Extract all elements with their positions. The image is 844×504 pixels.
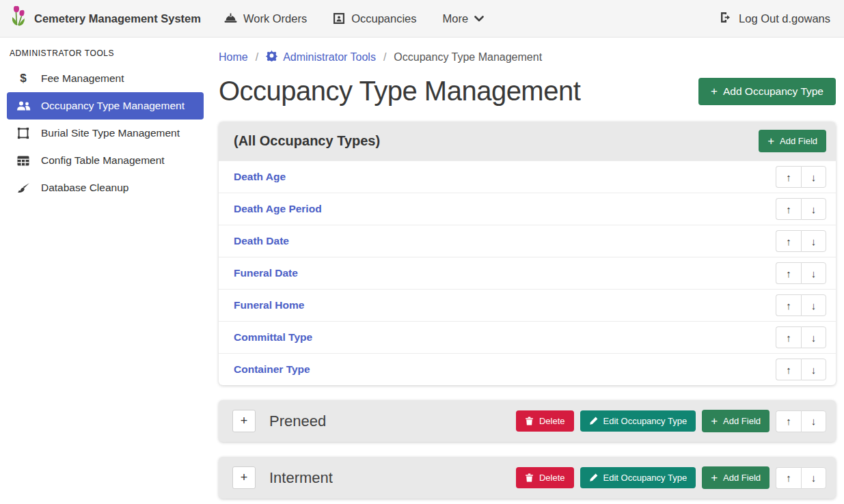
field-link-funeral-home[interactable]: Funeral Home — [228, 299, 304, 311]
field-row: Committal Type ↑ ↓ — [219, 321, 836, 353]
logout-button[interactable]: Log Out d.gowans — [720, 12, 830, 26]
nav-occupancies-label: Occupancies — [351, 12, 416, 25]
plus-icon: + — [767, 135, 774, 147]
sidebar-item-config-table-management[interactable]: Config Table Management — [7, 147, 204, 174]
move-up-button[interactable]: ↑ — [776, 262, 801, 284]
occupancy-icon — [333, 12, 345, 25]
field-link-container-type[interactable]: Container Type — [228, 363, 310, 376]
nav-occupancies[interactable]: Occupancies — [333, 12, 416, 25]
plus-icon: + — [711, 85, 718, 97]
sidebar-item-label: Occupancy Type Management — [41, 100, 185, 112]
sidebar-item-database-cleanup[interactable]: Database Cleanup — [7, 174, 204, 201]
move-up-button[interactable]: ↑ — [776, 359, 801, 380]
sidebar-item-label: Burial Site Type Management — [41, 127, 180, 139]
sidebar-list: $ Fee Management Occupancy Type Manageme… — [0, 65, 210, 201]
expand-button[interactable]: + — [232, 410, 256, 432]
edit-occupancy-type-label: Edit Occupancy Type — [603, 473, 688, 483]
nav-work-orders[interactable]: Work Orders — [224, 12, 307, 25]
move-down-button[interactable]: ↓ — [801, 467, 826, 489]
move-down-button[interactable]: ↓ — [801, 198, 826, 220]
nav-more[interactable]: More — [443, 12, 485, 25]
trash-icon — [525, 417, 534, 425]
breadcrumb-admin-tools-label: Administrator Tools — [283, 51, 376, 64]
field-link-committal-type[interactable]: Committal Type — [228, 331, 312, 344]
page-title: Occupancy Type Management — [219, 76, 580, 107]
sidebar-item-burial-site-type-management[interactable]: Burial Site Type Management — [7, 120, 204, 147]
reorder-group: ↑ ↓ — [776, 294, 826, 316]
move-up-button[interactable]: ↑ — [776, 166, 801, 188]
move-down-button[interactable]: ↓ — [801, 410, 826, 432]
move-up-button[interactable]: ↑ — [776, 467, 801, 489]
edit-occupancy-type-label: Edit Occupancy Type — [603, 416, 688, 426]
sidebar-section-header: Administrator Tools — [0, 42, 210, 62]
reorder-group: ↑ ↓ — [776, 467, 826, 489]
move-up-button[interactable]: ↑ — [776, 230, 801, 252]
add-field-button[interactable]: + Add Field — [759, 130, 826, 152]
users-icon — [16, 101, 31, 111]
hardhat-icon — [224, 13, 237, 25]
sidebar: Administrator Tools $ Fee Management Occ… — [0, 38, 210, 504]
gear-icon — [266, 50, 277, 64]
occupancy-type-title: Interment — [269, 469, 333, 487]
pencil-icon — [589, 417, 598, 425]
move-down-button[interactable]: ↓ — [801, 166, 826, 188]
move-down-button[interactable]: ↓ — [801, 326, 826, 348]
move-up-button[interactable]: ↑ — [776, 294, 801, 316]
move-down-button[interactable]: ↓ — [801, 359, 826, 380]
nav-work-orders-label: Work Orders — [243, 12, 307, 25]
breadcrumb-admin-tools-link[interactable]: Administrator Tools — [266, 50, 376, 64]
reorder-group: ↑ ↓ — [776, 359, 826, 380]
field-row: Container Type ↑ ↓ — [219, 353, 836, 385]
move-down-button[interactable]: ↓ — [801, 294, 826, 316]
field-link-death-date[interactable]: Death Date — [228, 235, 289, 247]
occupancy-type-panel-preneed: + Preneed Delete — [219, 400, 836, 442]
field-link-funeral-date[interactable]: Funeral Date — [228, 267, 298, 279]
breadcrumb-home-link[interactable]: Home — [219, 51, 248, 64]
move-up-button[interactable]: ↑ — [776, 410, 801, 432]
trash-icon — [525, 473, 534, 482]
edit-occupancy-type-button[interactable]: Edit Occupancy Type — [580, 410, 696, 432]
add-field-button[interactable]: + Add Field — [702, 410, 770, 432]
reorder-group: ↑ ↓ — [776, 166, 826, 188]
top-navbar: Cemetery Management System Work Orders — [0, 0, 844, 38]
all-occupancy-types-panel: (All Occupancy Types) + Add Field Death … — [219, 122, 836, 385]
edit-occupancy-type-button[interactable]: Edit Occupancy Type — [580, 467, 696, 488]
frame-icon — [16, 127, 31, 139]
add-occupancy-type-button[interactable]: + Add Occupancy Type — [698, 78, 836, 105]
expand-button[interactable]: + — [232, 466, 256, 489]
breadcrumb-separator: / — [256, 51, 258, 64]
add-field-button[interactable]: + Add Field — [702, 466, 770, 489]
sidebar-item-occupancy-type-management[interactable]: Occupancy Type Management — [7, 92, 204, 120]
add-field-label: Add Field — [723, 416, 761, 426]
delete-button[interactable]: Delete — [516, 410, 574, 432]
plus-icon: + — [711, 415, 718, 427]
app-brand: Cemetery Management System — [10, 5, 201, 32]
main-content: Home / Administrator Tools / Occupancy T… — [210, 38, 844, 504]
reorder-group: ↑ ↓ — [776, 198, 826, 220]
move-down-button[interactable]: ↓ — [801, 230, 826, 252]
move-up-button[interactable]: ↑ — [776, 326, 801, 348]
dollar-icon: $ — [16, 72, 31, 85]
field-link-death-age-period[interactable]: Death Age Period — [228, 203, 322, 215]
breadcrumb-current: Occupancy Type Management — [394, 51, 542, 64]
add-field-label: Add Field — [723, 473, 761, 483]
move-down-button[interactable]: ↓ — [801, 262, 826, 284]
broom-icon — [16, 182, 31, 193]
move-up-button[interactable]: ↑ — [776, 198, 801, 220]
sidebar-item-fee-management[interactable]: $ Fee Management — [7, 65, 204, 92]
reorder-group: ↑ ↓ — [776, 230, 826, 252]
delete-button[interactable]: Delete — [516, 467, 574, 488]
occupancy-type-actions: Delete Edit Occupancy Type + Add Field ↑ — [516, 466, 826, 489]
table-icon — [16, 156, 31, 166]
chevron-down-icon — [474, 16, 484, 22]
delete-label: Delete — [539, 473, 565, 483]
field-row: Funeral Home ↑ ↓ — [219, 289, 836, 321]
pencil-icon — [589, 473, 598, 482]
sidebar-item-label: Database Cleanup — [41, 182, 128, 194]
delete-label: Delete — [539, 416, 565, 426]
reorder-group: ↑ ↓ — [776, 326, 826, 348]
field-row: Funeral Date ↑ ↓ — [219, 257, 836, 289]
field-link-death-age[interactable]: Death Age — [228, 171, 286, 183]
tulip-logo-icon — [10, 5, 27, 32]
reorder-group: ↑ ↓ — [776, 410, 826, 432]
